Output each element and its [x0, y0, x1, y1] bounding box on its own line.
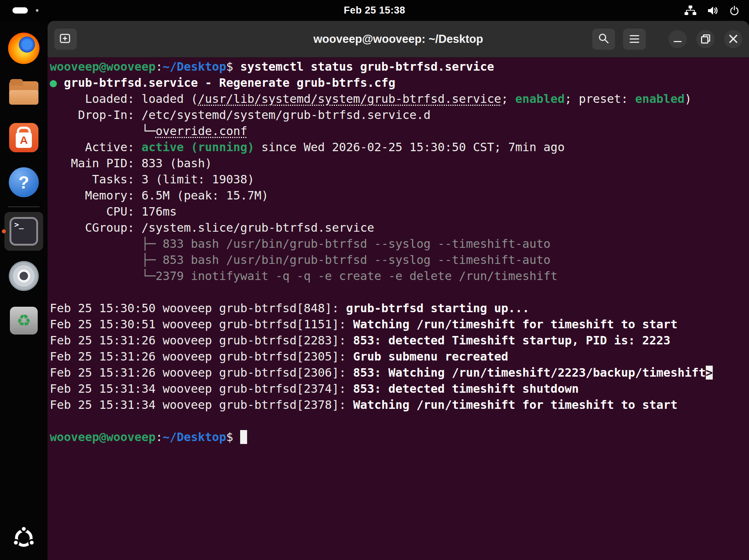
firefox-icon: [8, 33, 40, 64]
minimize-button[interactable]: [668, 30, 687, 48]
terminal-line: ● grub-btrfsd.service - Regenerate grub-…: [50, 75, 749, 91]
restore-icon: [701, 34, 710, 44]
terminal-line: Loaded: loaded (/usr/lib/systemd/system/…: [50, 91, 749, 107]
terminal-icon: >_: [10, 217, 38, 246]
menu-button[interactable]: [623, 29, 646, 50]
help-icon: ?: [9, 167, 39, 197]
terminal-line: Feb 25 15:30:50 wooveep grub-btrfsd[848]…: [50, 300, 749, 316]
ubuntu-icon: [12, 526, 36, 550]
terminal-line: Drop-In: /etc/systemd/system/grub-btrfsd…: [50, 107, 749, 123]
dock-item-firefox[interactable]: [0, 26, 48, 71]
dock-item-software[interactable]: A: [0, 115, 48, 160]
search-icon: [598, 33, 610, 46]
terminal-line: wooveep@wooveep:~/Desktop$: [50, 429, 749, 445]
network-icon: [685, 5, 696, 15]
files-icon: [9, 81, 38, 105]
restore-button[interactable]: [696, 30, 715, 48]
dock-item-disc[interactable]: [0, 254, 48, 298]
terminal-line: Feb 25 15:31:34 wooveep grub-btrfsd[2378…: [50, 397, 749, 413]
terminal-line: Memory: 6.5M (peak: 15.7M): [50, 187, 749, 204]
terminal-line: [50, 284, 749, 300]
minimize-icon: [674, 41, 682, 42]
new-tab-button[interactable]: [54, 29, 77, 50]
window-header: wooveep@wooveep: ~/Desktop: [48, 21, 749, 57]
dock-item-terminal[interactable]: >_: [0, 209, 48, 254]
system-status-area[interactable]: [685, 0, 739, 21]
new-tab-icon: [59, 32, 72, 46]
dock-separator: [8, 206, 40, 207]
terminal-line: └─override.conf: [50, 123, 749, 139]
dock-item-trash[interactable]: ♻: [0, 298, 48, 343]
software-icon: A: [9, 123, 38, 152]
search-button[interactable]: [592, 29, 615, 50]
trash-icon: ♻: [10, 307, 38, 335]
top-bar: Feb 25 15:38: [0, 0, 749, 21]
clock[interactable]: Feb 25 15:38: [0, 5, 749, 16]
dock-item-files[interactable]: [0, 71, 48, 115]
terminal-screen[interactable]: wooveep@wooveep:~/Desktop$ systemctl sta…: [48, 57, 749, 560]
terminal-line: Feb 25 15:31:26 wooveep grub-btrfsd[2305…: [50, 348, 749, 365]
close-button[interactable]: ×: [724, 30, 742, 48]
power-icon: [729, 5, 739, 16]
terminal-line: Tasks: 3 (limit: 19038): [50, 171, 749, 187]
terminal-line: CGroup: /system.slice/grub-btrfsd.servic…: [50, 220, 749, 236]
terminal-line: Feb 25 15:30:51 wooveep grub-btrfsd[1151…: [50, 316, 749, 332]
dock-item-help[interactable]: ?: [0, 160, 48, 205]
terminal-line: ├─ 853 bash /usr/bin/grub-btrfsd --syslo…: [50, 252, 749, 268]
hamburger-menu-icon: [630, 38, 639, 40]
close-icon: ×: [727, 31, 739, 46]
window-controls: ×: [668, 30, 742, 48]
terminal-line: Main PID: 833 (bash): [50, 155, 749, 171]
terminal-line: [50, 413, 749, 429]
running-indicator: [2, 229, 6, 234]
volume-icon: [707, 6, 718, 15]
disc-icon: [9, 261, 39, 291]
terminal-line: └─2379 inotifywait -q -q -e create -e de…: [50, 268, 749, 284]
terminal-line: Feb 25 15:31:26 wooveep grub-btrfsd[2283…: [50, 332, 749, 348]
terminal-line: ├─ 833 bash /usr/bin/grub-btrfsd --syslo…: [50, 236, 749, 252]
terminal-window: wooveep@wooveep: ~/Desktop: [48, 21, 749, 560]
dock: A?>_♻: [0, 21, 48, 560]
terminal-line: Feb 25 15:31:34 wooveep grub-btrfsd[2374…: [50, 381, 749, 397]
terminal-line: wooveep@wooveep:~/Desktop$ systemctl sta…: [50, 59, 749, 75]
terminal-line: CPU: 176ms: [50, 204, 749, 220]
terminal-line: Feb 25 15:31:26 wooveep grub-btrfsd[2306…: [50, 365, 749, 381]
dock-item-ubuntu[interactable]: [0, 520, 48, 556]
terminal-line: Active: active (running) since Wed 2026-…: [50, 139, 749, 155]
